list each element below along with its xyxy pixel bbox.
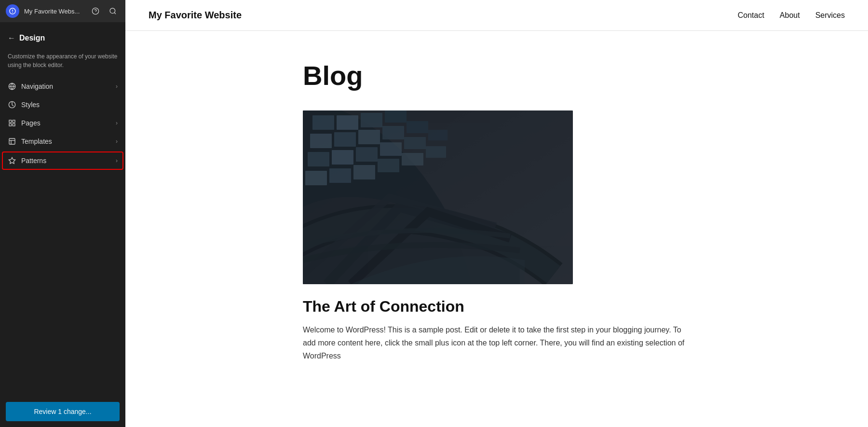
pages-icon xyxy=(8,119,16,127)
sidebar-item-styles-left: Styles xyxy=(8,100,40,109)
pages-label: Pages xyxy=(21,119,41,127)
navigation-chevron-icon: › xyxy=(116,83,118,90)
main-preview: My Favorite Website Contact About Servic… xyxy=(125,0,868,427)
svg-rect-37 xyxy=(303,110,573,284)
website-title: My Favorite Website xyxy=(149,10,242,21)
sidebar-description: Customize the appearance of your website… xyxy=(0,50,125,77)
sidebar-item-styles[interactable]: Styles xyxy=(0,96,125,114)
sidebar-item-pages-left: Pages xyxy=(8,119,41,127)
svg-rect-8 xyxy=(9,124,12,126)
nav-link-services[interactable]: Services xyxy=(815,11,845,20)
navigation-label: Navigation xyxy=(21,83,53,90)
nav-link-about[interactable]: About xyxy=(780,11,800,20)
nav-link-contact[interactable]: Contact xyxy=(738,11,764,20)
svg-rect-10 xyxy=(9,138,15,144)
website-header: My Favorite Website Contact About Servic… xyxy=(125,0,868,31)
patterns-chevron-icon: › xyxy=(116,157,118,164)
sidebar-item-navigation[interactable]: Navigation › xyxy=(0,77,125,96)
sidebar-topbar: My Favorite Webs... xyxy=(0,0,125,22)
styles-label: Styles xyxy=(21,101,40,109)
templates-chevron-icon: › xyxy=(116,138,118,145)
wp-logo-icon[interactable] xyxy=(6,4,19,18)
sidebar-item-templates[interactable]: Templates › xyxy=(0,132,125,151)
sidebar-item-templates-left: Templates xyxy=(8,137,52,146)
svg-rect-7 xyxy=(13,120,15,123)
pages-chevron-icon: › xyxy=(116,120,118,126)
sidebar-item-patterns[interactable]: Patterns › xyxy=(2,152,123,170)
svg-marker-13 xyxy=(9,157,15,164)
review-changes-button[interactable]: Review 1 change... xyxy=(6,402,120,421)
patterns-label: Patterns xyxy=(21,157,46,165)
topbar-icons xyxy=(89,4,120,18)
sidebar-content: ← Design Customize the appearance of you… xyxy=(0,22,125,396)
sidebar: My Favorite Webs... ← Design C xyxy=(0,0,125,427)
navigation-icon xyxy=(8,82,16,91)
sidebar-item-patterns-left: Patterns xyxy=(8,156,46,165)
back-arrow-icon: ← xyxy=(8,34,15,42)
blog-content: Blog xyxy=(280,31,714,392)
svg-rect-6 xyxy=(9,120,12,123)
website-nav: Contact About Services xyxy=(738,11,845,20)
help-icon[interactable] xyxy=(89,4,102,18)
styles-icon xyxy=(8,100,16,109)
svg-rect-9 xyxy=(13,124,15,126)
blog-image-container xyxy=(303,110,691,284)
sidebar-item-navigation-left: Navigation xyxy=(8,82,53,91)
svg-point-2 xyxy=(110,8,115,14)
design-back-button[interactable]: ← Design xyxy=(0,30,125,46)
preview-frame: My Favorite Website Contact About Servic… xyxy=(125,0,868,427)
blog-page-title: Blog xyxy=(303,60,691,91)
sidebar-footer: Review 1 change... xyxy=(0,396,125,427)
sidebar-item-pages[interactable]: Pages › xyxy=(0,114,125,132)
design-label: Design xyxy=(19,34,45,42)
patterns-icon xyxy=(8,156,16,165)
blog-featured-image xyxy=(303,110,573,284)
post-excerpt: Welcome to WordPress! This is a sample p… xyxy=(303,323,691,363)
post-title: The Art of Connection xyxy=(303,298,691,316)
search-icon[interactable] xyxy=(106,4,120,18)
templates-label: Templates xyxy=(21,138,52,145)
templates-icon xyxy=(8,137,16,146)
site-name-label: My Favorite Webs... xyxy=(24,8,84,15)
